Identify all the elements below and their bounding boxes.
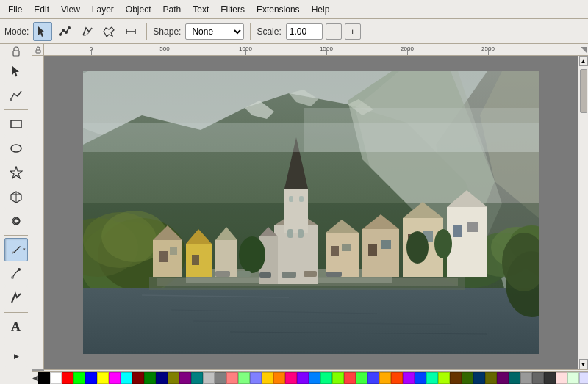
- mode-node-btn[interactable]: [55, 22, 74, 41]
- menu-view[interactable]: View: [56, 3, 85, 16]
- palette-color-swatch[interactable]: [473, 372, 485, 384]
- mode-select-btn[interactable]: [33, 22, 52, 41]
- palette-colors: [38, 372, 588, 384]
- snap-lock-icon[interactable]: [4, 46, 28, 57]
- palette-color-swatch[interactable]: [215, 372, 226, 384]
- palette-color-swatch[interactable]: [85, 372, 97, 384]
- svg-point-18: [18, 268, 21, 271]
- menu-filters[interactable]: Filters: [215, 3, 250, 16]
- palette-color-swatch[interactable]: [156, 372, 168, 384]
- menu-object[interactable]: Object: [121, 3, 157, 16]
- menu-extensions[interactable]: Extensions: [251, 3, 305, 16]
- spiral-tool[interactable]: [4, 209, 28, 233]
- mode-tweak-btn[interactable]: [77, 22, 96, 41]
- palette-color-swatch[interactable]: [532, 372, 544, 384]
- palette-color-swatch[interactable]: [285, 372, 297, 384]
- shape-select[interactable]: None: [185, 23, 244, 40]
- canvas-area: 0 500 1000 1500 2000 2500: [32, 44, 588, 384]
- palette-color-swatch[interactable]: [168, 372, 179, 384]
- mode-zoom-btn[interactable]: [99, 22, 118, 41]
- menu-path[interactable]: Path: [158, 3, 187, 16]
- palette-color-swatch[interactable]: [109, 372, 121, 384]
- pencil-tool[interactable]: ▾: [4, 238, 28, 261]
- palette-color-swatch[interactable]: [226, 372, 238, 384]
- palette-color-swatch[interactable]: [191, 372, 203, 384]
- menu-edit[interactable]: Edit: [29, 3, 54, 16]
- vscroll-down-btn[interactable]: ▼: [579, 359, 588, 369]
- text-tool[interactable]: A: [4, 315, 28, 338]
- vscroll-thumb[interactable]: [580, 69, 587, 113]
- palette-color-swatch[interactable]: [426, 372, 438, 384]
- calligraphy-tool[interactable]: [4, 286, 28, 310]
- node-tool[interactable]: [4, 84, 28, 107]
- palette-color-swatch[interactable]: [297, 372, 309, 384]
- 3dbox-tool[interactable]: [4, 185, 28, 209]
- scale-minus-btn[interactable]: −: [326, 23, 342, 40]
- menu-help[interactable]: Help: [306, 3, 335, 16]
- expand-arrow[interactable]: ▶: [6, 350, 26, 362]
- palette-color-swatch[interactable]: [332, 372, 344, 384]
- palette-color-swatch[interactable]: [368, 372, 379, 384]
- palette-color-swatch[interactable]: [438, 372, 450, 384]
- scale-input[interactable]: [286, 23, 323, 40]
- palette-color-swatch[interactable]: [450, 372, 462, 384]
- palette-color-swatch[interactable]: [520, 372, 532, 384]
- palette-color-swatch[interactable]: [379, 372, 391, 384]
- palette-color-swatch[interactable]: [50, 372, 62, 384]
- palette-color-swatch[interactable]: [320, 372, 332, 384]
- palette-color-swatch[interactable]: [250, 372, 262, 384]
- palette-color-swatch[interactable]: [179, 372, 191, 384]
- svg-rect-62: [192, 255, 199, 265]
- svg-rect-103: [304, 108, 539, 152]
- palette-color-swatch[interactable]: [544, 372, 556, 384]
- rectangle-tool[interactable]: [4, 112, 28, 136]
- star-tool[interactable]: [4, 161, 28, 184]
- canvas-corner-expand[interactable]: [578, 44, 588, 56]
- palette-color-swatch[interactable]: [132, 372, 144, 384]
- palette-left-arrow[interactable]: ◀: [32, 372, 38, 385]
- ruler-tick: [407, 49, 408, 55]
- palette-color-swatch[interactable]: [485, 372, 497, 384]
- palette-color-swatch[interactable]: [356, 372, 368, 384]
- scale-plus-btn[interactable]: +: [345, 23, 361, 40]
- palette-color-swatch[interactable]: [579, 372, 588, 384]
- menu-text[interactable]: Text: [187, 3, 214, 16]
- palette-color-swatch[interactable]: [97, 372, 109, 384]
- svg-marker-0: [38, 26, 45, 37]
- selector-tool[interactable]: [4, 59, 28, 83]
- palette-color-swatch[interactable]: [144, 372, 156, 384]
- mode-measure-btn[interactable]: [121, 22, 140, 41]
- palette-color-swatch[interactable]: [74, 372, 85, 384]
- palette-color-swatch[interactable]: [462, 372, 473, 384]
- svg-point-91: [239, 236, 265, 273]
- svg-rect-73: [289, 196, 293, 202]
- ruler-lock-icon[interactable]: [32, 44, 44, 56]
- toolbox-expand-bottom[interactable]: ▶: [0, 350, 32, 362]
- ellipse-tool[interactable]: [4, 137, 28, 160]
- palette-color-swatch[interactable]: [403, 372, 415, 384]
- palette-color-swatch[interactable]: [203, 372, 215, 384]
- palette-color-swatch[interactable]: [497, 372, 509, 384]
- palette-color-swatch[interactable]: [121, 372, 132, 384]
- palette-color-swatch[interactable]: [415, 372, 426, 384]
- palette-color-swatch[interactable]: [309, 372, 320, 384]
- palette-color-swatch[interactable]: [62, 372, 74, 384]
- vscroll-up-btn[interactable]: ▲: [579, 56, 588, 66]
- palette-color-swatch[interactable]: [273, 372, 285, 384]
- ruler-tick: [91, 49, 92, 55]
- pen-tool[interactable]: [4, 262, 28, 286]
- palette-color-swatch[interactable]: [238, 372, 250, 384]
- palette-color-swatch[interactable]: [509, 372, 520, 384]
- palette-color-swatch[interactable]: [344, 372, 356, 384]
- palette-color-swatch[interactable]: [38, 372, 50, 384]
- menu-file[interactable]: File: [3, 3, 27, 16]
- palette-color-swatch[interactable]: [262, 372, 273, 384]
- palette-color-swatch[interactable]: [556, 372, 567, 384]
- canvas-scroll[interactable]: [44, 56, 578, 369]
- menu-layer[interactable]: Layer: [87, 3, 119, 16]
- palette-color-swatch[interactable]: [391, 372, 403, 384]
- menubar: File Edit View Layer Object Path Text Fi…: [0, 0, 588, 19]
- palette-color-swatch[interactable]: [567, 372, 579, 384]
- hallstatt-scene: [83, 71, 539, 354]
- svg-rect-96: [259, 272, 271, 278]
